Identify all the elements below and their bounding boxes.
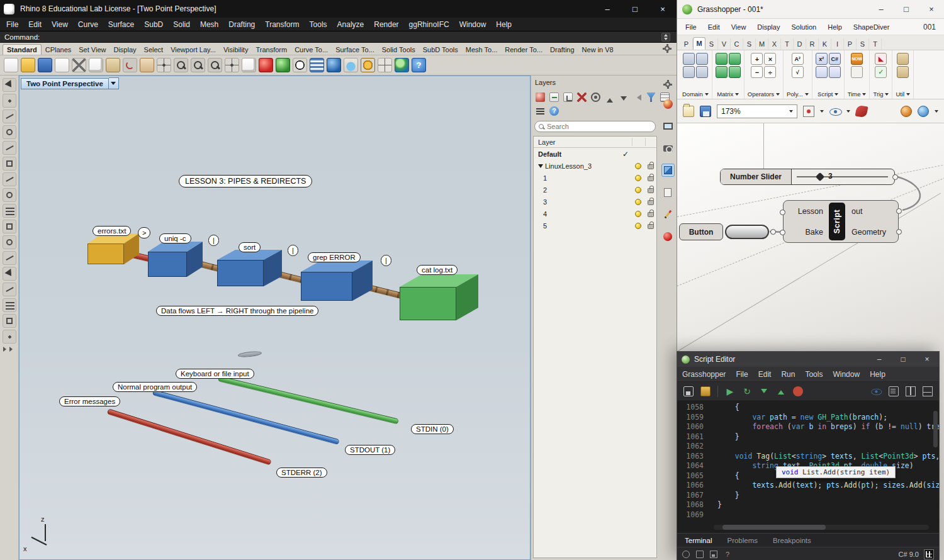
code-line-1067[interactable]: 1067 }	[677, 491, 939, 501]
palette-group-label[interactable]: Trig	[873, 91, 883, 98]
component-icon[interactable]	[897, 66, 909, 78]
component-icon[interactable]: −	[751, 66, 763, 78]
rhino-menu-item-5[interactable]: SubD	[139, 19, 168, 30]
gh-category-tab-3[interactable]: V	[718, 38, 731, 50]
palette-group-label[interactable]: Util	[896, 91, 904, 98]
gh-category-tab-13[interactable]: P	[844, 38, 857, 50]
stop-icon[interactable]	[793, 386, 803, 396]
chevron-down-icon[interactable]	[935, 110, 938, 115]
toolbar-tab-0[interactable]: Standard	[3, 44, 42, 55]
gh-category-tab-0[interactable]: P	[680, 38, 693, 50]
component-icon[interactable]: x²	[816, 53, 828, 65]
layer-row-4[interactable]: 4	[534, 208, 656, 220]
layer-search-box[interactable]	[534, 121, 656, 132]
array-tool-icon[interactable]	[3, 314, 16, 328]
rhino-menu-item-0[interactable]: File	[1, 19, 23, 30]
gh-category-tab-4[interactable]: C	[731, 38, 743, 50]
script-output-label[interactable]: out	[851, 207, 898, 216]
rhino-menu-item-13[interactable]: ggRhinoIFC	[404, 19, 454, 30]
shaded-view-icon[interactable]	[327, 58, 341, 72]
step-out-icon[interactable]	[776, 386, 786, 396]
box-uniq[interactable]	[148, 242, 203, 277]
slider-knob[interactable]	[816, 172, 824, 181]
plane-marker[interactable]	[238, 350, 262, 358]
layer-list-header[interactable]: Layer	[534, 137, 656, 148]
toolbar-tab-10[interactable]: Solid Tools	[378, 45, 419, 55]
close-button[interactable]: ×	[649, 0, 677, 18]
toolbar-tab-11[interactable]: SubD Tools	[419, 45, 462, 55]
layer-on-bulb-icon[interactable]	[635, 199, 641, 205]
se-preview-eye-icon[interactable]	[871, 386, 880, 396]
pan-icon[interactable]	[140, 58, 154, 72]
se-menu-item-1[interactable]: File	[731, 369, 753, 380]
palette-group-label[interactable]: Matrix	[717, 91, 733, 98]
layout-grid-icon[interactable]	[924, 549, 934, 559]
layer-on-bulb-icon[interactable]	[635, 223, 641, 229]
se-clipboard-icon[interactable]	[889, 386, 899, 396]
step-into-icon[interactable]	[759, 386, 769, 396]
panel-gear-icon[interactable]	[663, 80, 672, 89]
chevron-down-icon[interactable]	[846, 110, 850, 115]
zoom-icon[interactable]	[174, 58, 188, 72]
component-icon[interactable]: +	[751, 53, 763, 65]
spin-down-icon[interactable]	[664, 38, 668, 42]
palette-group-label[interactable]: Time	[848, 91, 861, 98]
component-icon[interactable]: √	[792, 66, 804, 78]
command-history-spinner[interactable]	[661, 33, 670, 42]
scrollbar-thumb[interactable]	[933, 411, 938, 447]
offset-tool-icon[interactable]	[3, 298, 16, 312]
move-icon[interactable]	[157, 58, 171, 72]
display-panel-icon[interactable]	[661, 98, 675, 111]
script-component-badge[interactable]: Script	[829, 203, 845, 240]
component-icon[interactable]: A²	[792, 53, 804, 65]
rhino-menu-item-2[interactable]: View	[47, 19, 73, 30]
layer-row-linuxlesson[interactable]: LinuxLesson_3	[534, 160, 656, 172]
se-menu-item-0[interactable]: Grasshopper	[677, 369, 731, 380]
layer-row-default[interactable]: Default ✓	[534, 148, 656, 160]
preview-eye-icon[interactable]	[829, 106, 841, 117]
help-icon[interactable]: ?	[412, 58, 426, 72]
component-icon[interactable]: NOW	[851, 53, 863, 65]
layer-color-icon[interactable]	[536, 92, 545, 102]
save-icon[interactable]	[38, 58, 52, 72]
gh-category-tab-9[interactable]: D	[794, 38, 806, 50]
minimize-button[interactable]: –	[593, 0, 621, 18]
palette-group-label[interactable]: Operators	[748, 91, 774, 98]
gh-menu-item-3[interactable]: Display	[751, 21, 785, 33]
more-tools-icon[interactable]	[3, 347, 15, 352]
move-layer-down-icon[interactable]	[619, 92, 628, 102]
se-menu-item-5[interactable]: Window	[828, 369, 865, 380]
component-icon[interactable]	[716, 53, 728, 65]
gh-menu-item-5[interactable]: Help	[822, 21, 848, 33]
component-icon[interactable]	[829, 66, 841, 78]
gh-category-tab-8[interactable]: T	[781, 38, 794, 50]
se-save-icon[interactable]	[683, 386, 694, 396]
layer-name[interactable]: 5	[543, 222, 547, 230]
script-input-label[interactable]: Lesson	[798, 207, 823, 216]
se-bottom-tab-1[interactable]: Problems	[727, 537, 758, 544]
rotate-view-icon[interactable]	[225, 58, 239, 72]
gh-minimize-button[interactable]: –	[868, 0, 894, 18]
rhino-menu-item-7[interactable]: Mesh	[195, 19, 223, 30]
gh-close-button[interactable]: ×	[919, 0, 944, 18]
spin-up-icon[interactable]	[664, 32, 668, 36]
move-layer-up-icon[interactable]	[605, 92, 614, 102]
status-help-icon[interactable]: ?	[724, 551, 731, 558]
preview-shaded-icon[interactable]	[901, 106, 912, 117]
rhino-menu-item-1[interactable]: Edit	[23, 19, 47, 30]
wire-display-icon[interactable]	[855, 104, 868, 118]
toolbar-tab-5[interactable]: Viewport Lay...	[167, 45, 220, 55]
layer-row-1[interactable]: 1	[534, 172, 656, 184]
undo-icon[interactable]	[123, 58, 137, 72]
component-icon[interactable]	[696, 66, 708, 78]
toolbar-tab-15[interactable]: New in V8	[578, 45, 617, 55]
layer-name[interactable]: 1	[543, 174, 547, 182]
layer-name[interactable]: LinuxLesson_3	[545, 162, 592, 170]
script-input-node-bake[interactable]	[780, 230, 785, 235]
palette-group-label[interactable]: Script	[818, 91, 833, 98]
wire-slider-to-script[interactable]	[897, 177, 920, 210]
fillet-tool-icon[interactable]	[3, 251, 16, 265]
new-layer-icon[interactable]	[549, 92, 559, 102]
options-gear-icon[interactable]	[361, 58, 375, 72]
slider-track[interactable]: 3	[792, 169, 894, 184]
